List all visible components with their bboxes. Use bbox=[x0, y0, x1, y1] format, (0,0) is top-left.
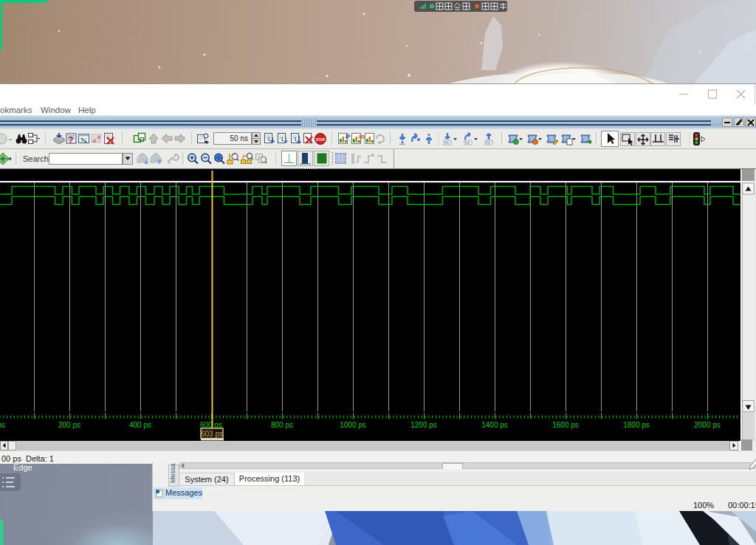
svg-text:1200 ps: 1200 ps bbox=[410, 421, 437, 429]
svg-text:Search:: Search: bbox=[23, 154, 51, 163]
svg-text:1000 ps: 1000 ps bbox=[340, 421, 366, 429]
svg-text:P: P bbox=[346, 133, 350, 140]
svg-text:1600 ps: 1600 ps bbox=[552, 421, 579, 429]
svg-text:800 ps: 800 ps bbox=[271, 421, 293, 429]
svg-text:1800 ps: 1800 ps bbox=[623, 421, 650, 429]
svg-text:?: ? bbox=[68, 135, 73, 145]
svg-text:1: 1 bbox=[281, 136, 284, 143]
svg-text:400 ps: 400 ps bbox=[129, 421, 151, 429]
svg-text:m: m bbox=[359, 133, 365, 140]
svg-text:603 ps: 603 ps bbox=[201, 430, 223, 438]
svg-text:200 ps: 200 ps bbox=[58, 421, 80, 429]
svg-text:1: 1 bbox=[294, 136, 298, 143]
svg-text:2000 ps: 2000 ps bbox=[694, 421, 721, 429]
svg-text:1: 1 bbox=[267, 136, 271, 143]
svg-text:Edge: Edge bbox=[13, 464, 32, 472]
svg-text:STOP: STOP bbox=[316, 138, 325, 142]
svg-text:1400 ps: 1400 ps bbox=[481, 421, 508, 429]
svg-text:ps: ps bbox=[0, 421, 5, 429]
svg-text:50 ns: 50 ns bbox=[230, 134, 248, 143]
